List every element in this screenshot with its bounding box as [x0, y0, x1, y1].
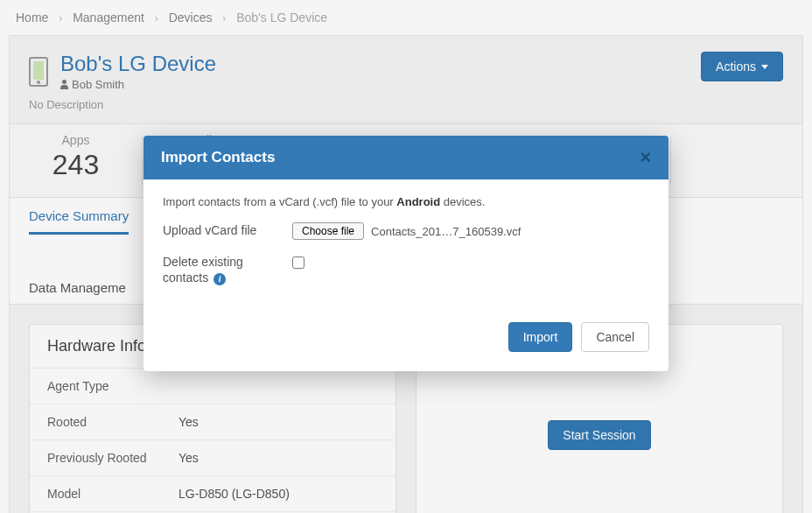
upload-label: Upload vCard file [163, 222, 276, 238]
import-contacts-modal: Import Contacts × Import contacts from a… [144, 136, 668, 371]
desc-bold: Android [396, 195, 440, 208]
cancel-button[interactable]: Cancel [581, 322, 649, 352]
desc-text: devices. [440, 195, 485, 208]
delete-existing-label: Delete existing contacts i [163, 254, 276, 285]
selected-file-name: Contacts_201…7_160539.vcf [371, 225, 521, 238]
modal-title: Import Contacts [161, 149, 275, 166]
delete-existing-checkbox[interactable] [292, 256, 304, 269]
modal-overlay: Import Contacts × Import contacts from a… [0, 0, 812, 513]
import-button[interactable]: Import [508, 322, 573, 352]
label-text: Delete existing contacts [163, 255, 243, 285]
modal-description: Import contacts from a vCard (.vcf) file… [163, 195, 649, 208]
choose-file-button[interactable]: Choose file [292, 222, 364, 240]
info-icon[interactable]: i [214, 273, 226, 285]
close-icon[interactable]: × [640, 148, 651, 167]
desc-text: Import contacts from a vCard (.vcf) file… [163, 195, 396, 208]
